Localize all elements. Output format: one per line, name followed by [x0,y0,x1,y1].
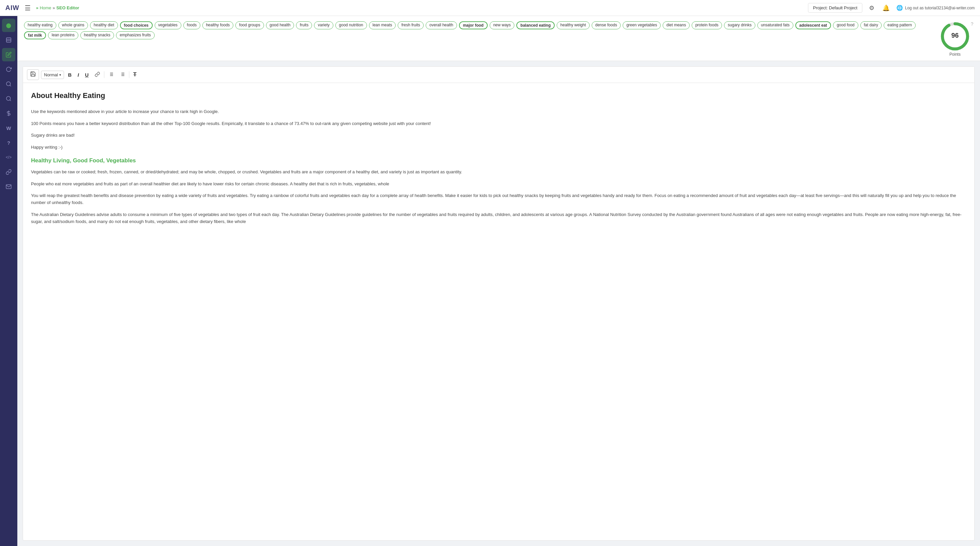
keyword-tag[interactable]: healthy snacks [80,31,114,39]
keyword-tag[interactable]: adolescent eat [795,21,831,29]
sidebar-item-edit[interactable] [2,48,15,61]
score-label: Points [949,52,960,57]
keyword-tag[interactable]: fruits [296,21,312,29]
sidebar: ⬤ W ? </> [0,16,18,546]
keyword-tag[interactable]: overall health [426,21,457,29]
keyword-tag[interactable]: fresh fruits [398,21,424,29]
format-dropdown-icon: ▾ [59,73,61,76]
sidebar-item-wordpress[interactable]: W [2,121,15,135]
sidebar-item-help[interactable]: ? [2,136,15,149]
top-nav: AIW ☰ » Home » SEO Editor Project: Defau… [0,0,980,16]
editor-para3: You will reap the greatest health benefi… [31,192,966,206]
breadcrumb-current: SEO Editor [56,5,80,10]
sidebar-item-layers[interactable] [2,33,15,47]
keyword-tag[interactable]: emphasizes fruits [116,31,154,39]
keyword-tag[interactable]: good food [833,21,858,29]
keyword-tag[interactable]: diet means [663,21,690,29]
score-svg: 96 [940,21,970,51]
ordered-list-button[interactable] [107,70,116,80]
settings-icon[interactable]: ⚙ [868,3,876,13]
editor-para4: The Australian Dietary Guidelines advise… [31,211,966,225]
sidebar-item-code[interactable]: </> [2,151,15,164]
svg-line-6 [10,100,11,101]
editor-content[interactable]: About Healthy Eating Use the keywords me… [23,83,974,540]
keyword-tag[interactable]: balanced eating [516,21,555,29]
breadcrumb: » Home » SEO Editor [36,5,80,10]
editor-toolbar: Normal ▾ B I U [23,67,974,83]
format-select[interactable]: Normal ▾ [41,71,64,79]
keyword-tag[interactable]: whole grains [58,21,88,29]
score-help-icon[interactable]: ? [970,21,973,27]
logout-text[interactable]: Log out as tutorial32134@ai-writer.com [905,6,975,10]
logout-section: 🌐 Log out as tutorial32134@ai-writer.com [896,5,975,11]
sidebar-item-refresh[interactable] [2,63,15,76]
sidebar-item-dollar[interactable] [2,107,15,120]
editor-section-heading: Healthy Living, Good Food, Vegetables [31,156,966,165]
editor-container: Normal ▾ B I U [18,61,980,546]
editor-intro-hint: Use the keywords mentioned above in your… [31,108,966,115]
keyword-tag[interactable]: eating pattern [884,21,915,29]
keyword-tag[interactable]: fat dairy [860,21,882,29]
underline-button[interactable]: U [83,71,91,79]
editor-box: Normal ▾ B I U [23,66,975,541]
sidebar-item-search2[interactable] [2,92,15,105]
main-layout: ⬤ W ? </> healthy [0,16,980,546]
bold-button[interactable]: B [66,71,74,79]
italic-button[interactable]: I [76,71,81,79]
keyword-tag[interactable]: healthy diet [90,21,118,29]
keyword-tag[interactable]: fat milk [24,31,46,39]
toolbar-divider-2 [129,71,129,78]
keyword-tag[interactable]: lean proteins [48,31,78,39]
keyword-tag[interactable]: major food [459,21,488,29]
svg-point-3 [6,82,10,86]
keyword-tag[interactable]: healthy foods [202,21,233,29]
editor-line2: Happy writing :-) [31,144,966,151]
score-circle-container: ? 96 Points [937,21,973,57]
keyword-tag[interactable]: food groups [235,21,264,29]
editor-para2: People who eat more vegetables and fruit… [31,180,966,187]
score-value: 96 [951,32,959,39]
keywords-panel: healthy eatingwhole grainshealthy dietfo… [18,16,980,61]
breadcrumb-separator: » [52,5,55,10]
keyword-tag[interactable]: foods [183,21,200,29]
keyword-tag[interactable]: lean meats [369,21,396,29]
content-area: healthy eatingwhole grainshealthy dietfo… [18,16,980,546]
keyword-tag[interactable]: food choices [120,21,153,29]
keyword-tag[interactable]: dense foods [592,21,620,29]
keywords-tags-container: healthy eatingwhole grainshealthy dietfo… [24,21,931,39]
editor-points-info: 100 Points means you have a better keywo… [31,120,966,127]
sidebar-item-link[interactable] [2,166,15,179]
keyword-tag[interactable]: variety [314,21,333,29]
link-button[interactable] [93,70,102,80]
editor-title: About Healthy Eating [31,90,966,101]
project-button[interactable]: Project: Default Project [808,3,862,13]
keyword-tag[interactable]: unsaturated fats [757,21,793,29]
keyword-tag[interactable]: green vegetables [623,21,661,29]
keyword-tag[interactable]: healthy weight [557,21,590,29]
keyword-tag[interactable]: sugary drinks [724,21,755,29]
breadcrumb-arrow: » [36,5,38,10]
sidebar-item-search[interactable] [2,77,15,91]
keyword-tag[interactable]: healthy eating [24,21,56,29]
breadcrumb-home[interactable]: Home [40,5,51,10]
editor-para1: Vegetables can be raw or cooked; fresh, … [31,168,966,175]
keyword-tag[interactable]: protein foods [692,21,722,29]
format-select-label: Normal [44,72,58,77]
sidebar-item-draw[interactable]: ⬤ [2,19,15,32]
keyword-tag[interactable]: good health [266,21,294,29]
keyword-tag[interactable]: good nutrition [335,21,367,29]
app-logo: AIW [5,4,19,12]
bell-icon[interactable]: 🔔 [881,3,891,13]
keyword-tag[interactable]: vegetables [155,21,181,29]
svg-point-5 [6,96,10,100]
svg-rect-0 [6,38,11,42]
svg-line-4 [10,85,11,86]
editor-line1: Sugary drinks are bad! [31,132,966,138]
sidebar-item-email[interactable] [2,180,15,193]
keyword-tag[interactable]: new ways [490,21,515,29]
clear-format-button[interactable]: T [131,70,138,79]
unordered-list-button[interactable] [118,70,127,80]
save-button[interactable] [27,69,39,80]
hamburger-icon[interactable]: ☰ [25,4,31,12]
globe-icon: 🌐 [896,5,903,11]
